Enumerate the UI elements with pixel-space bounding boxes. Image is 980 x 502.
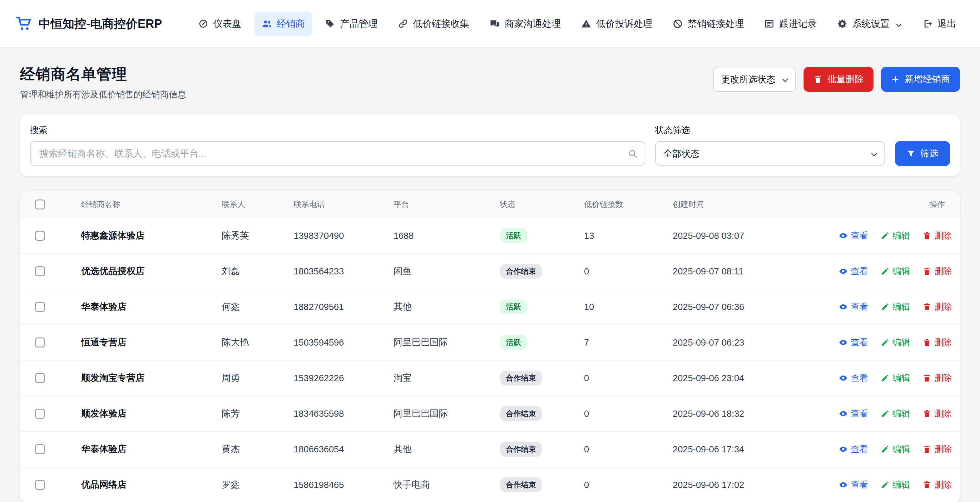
view-link[interactable]: 查看 [839, 301, 868, 313]
delete-link[interactable]: 删除 [923, 337, 952, 348]
filter-button-label: 筛选 [920, 147, 939, 160]
page-title: 经销商名单管理 [20, 64, 186, 84]
bulk-delete-button[interactable]: 批量删除 [803, 67, 873, 92]
pencil-icon [881, 409, 889, 418]
status-badge: 合作结束 [500, 442, 542, 457]
distributor-name: 特惠鑫源体验店 [81, 230, 145, 240]
nav-item-distributors[interactable]: 经销商 [254, 12, 312, 36]
column-header-name: 经销商名称 [75, 191, 215, 218]
edit-link[interactable]: 编辑 [881, 443, 910, 455]
view-link[interactable]: 查看 [839, 337, 868, 348]
contact-name: 陈大艳 [222, 337, 249, 347]
add-distributor-button[interactable]: 新增经销商 [881, 67, 960, 92]
edit-label: 编辑 [892, 408, 910, 419]
row-checkbox[interactable] [35, 302, 45, 312]
nav-label: 禁销链接处理 [688, 17, 744, 30]
nav-item-logout[interactable]: 退出 [915, 12, 964, 36]
delete-label: 删除 [934, 372, 952, 384]
row-checkbox[interactable] [35, 373, 45, 383]
created-time: 2025-09-07 08:11 [673, 266, 744, 276]
nav-label: 仪表盘 [213, 17, 242, 30]
link-count: 0 [584, 444, 589, 454]
column-header-created: 创建时间 [667, 191, 822, 218]
row-checkbox[interactable] [35, 409, 45, 419]
edit-link[interactable]: 编辑 [881, 372, 910, 384]
edit-link[interactable]: 编辑 [881, 337, 910, 348]
delete-link[interactable]: 删除 [923, 408, 952, 419]
delete-link[interactable]: 删除 [923, 443, 952, 455]
trash-icon [923, 374, 931, 383]
row-checkbox[interactable] [35, 480, 45, 490]
plus-icon [891, 75, 900, 84]
add-distributor-label: 新增经销商 [905, 73, 950, 86]
view-label: 查看 [851, 479, 868, 491]
delete-link[interactable]: 删除 [923, 265, 952, 277]
select-all-checkbox[interactable] [35, 200, 45, 210]
edit-link[interactable]: 编辑 [881, 408, 910, 419]
edit-link[interactable]: 编辑 [881, 265, 910, 277]
delete-label: 删除 [934, 265, 952, 277]
status-filter-group: 状态筛选 全部状态 [655, 124, 885, 166]
edit-link[interactable]: 编辑 [881, 479, 910, 491]
eye-icon [839, 267, 848, 276]
nav-item-banned-links[interactable]: 禁销链接处理 [665, 12, 751, 36]
nav-item-products[interactable]: 产品管理 [318, 12, 385, 36]
edit-link[interactable]: 编辑 [881, 230, 910, 241]
search-input[interactable] [30, 141, 645, 166]
view-link[interactable]: 查看 [839, 372, 868, 384]
trash-icon [923, 267, 931, 276]
delete-link[interactable]: 删除 [923, 479, 952, 491]
nav-item-followup-records[interactable]: 跟进记录 [757, 12, 824, 36]
delete-link[interactable]: 删除 [923, 301, 952, 313]
view-link[interactable]: 查看 [839, 265, 868, 277]
delete-link[interactable]: 删除 [923, 230, 952, 241]
contact-phone: 1539262226 [294, 373, 344, 383]
app-brand: 中恒知控-电商控价ERP [16, 16, 162, 32]
eye-icon [839, 302, 848, 311]
link-count: 0 [584, 480, 589, 490]
nav-label: 产品管理 [340, 17, 377, 30]
table-row: 华泰体验店 何鑫 1882709561 其他 活跃 10 2025-09-07 … [20, 289, 960, 325]
search-field-group: 搜索 [30, 124, 645, 166]
edit-link[interactable]: 编辑 [881, 301, 910, 313]
view-link[interactable]: 查看 [839, 230, 868, 241]
pencil-icon [881, 302, 889, 311]
platform: 1688 [393, 231, 414, 241]
bulk-status-select[interactable]: 更改所选状态 [713, 67, 796, 92]
funnel-icon [907, 149, 915, 158]
view-label: 查看 [851, 301, 868, 313]
table-row: 优选优品授权店 刘磊 1803564233 闲鱼 合作结束 0 2025-09-… [20, 254, 960, 289]
row-checkbox[interactable] [35, 337, 45, 348]
row-checkbox[interactable] [35, 444, 45, 454]
contact-name: 罗鑫 [222, 480, 240, 489]
column-header-status: 状态 [493, 191, 578, 218]
row-checkbox[interactable] [35, 231, 45, 241]
link-count: 0 [584, 409, 589, 419]
table-header: 经销商名称 联系人 联系电话 平台 状态 低价链接数 创建时间 操作 [20, 191, 960, 218]
link-count: 10 [584, 302, 594, 312]
nav-item-link-collection[interactable]: 低价链接收集 [391, 12, 477, 36]
view-link[interactable]: 查看 [839, 443, 868, 455]
delete-link[interactable]: 删除 [923, 372, 952, 384]
gauge-icon [198, 19, 208, 29]
page-subtitle: 管理和维护所有涉及低价销售的经销商信息 [20, 89, 186, 100]
status-badge: 合作结束 [500, 370, 542, 386]
eye-icon [839, 338, 848, 347]
pencil-icon [881, 231, 889, 240]
view-label: 查看 [851, 443, 868, 455]
nav-item-merchant-communication[interactable]: 商家沟通处理 [482, 12, 568, 36]
view-link[interactable]: 查看 [839, 479, 868, 491]
nav-item-complaints[interactable]: 低价投诉处理 [574, 12, 660, 36]
ban-icon [673, 19, 682, 29]
row-checkbox[interactable] [35, 266, 45, 276]
nav-label: 跟进记录 [779, 17, 817, 30]
filter-button[interactable]: 筛选 [895, 141, 950, 166]
search-label: 搜索 [30, 124, 645, 136]
status-filter-select[interactable]: 全部状态 [655, 141, 885, 166]
created-time: 2025-09-06 18:32 [673, 409, 744, 419]
nav-item-dashboard[interactable]: 仪表盘 [191, 12, 249, 36]
view-link[interactable]: 查看 [839, 408, 868, 419]
nav-item-system-settings[interactable]: 系统设置 [830, 12, 910, 36]
delete-label: 删除 [934, 443, 952, 455]
delete-label: 删除 [934, 479, 952, 491]
